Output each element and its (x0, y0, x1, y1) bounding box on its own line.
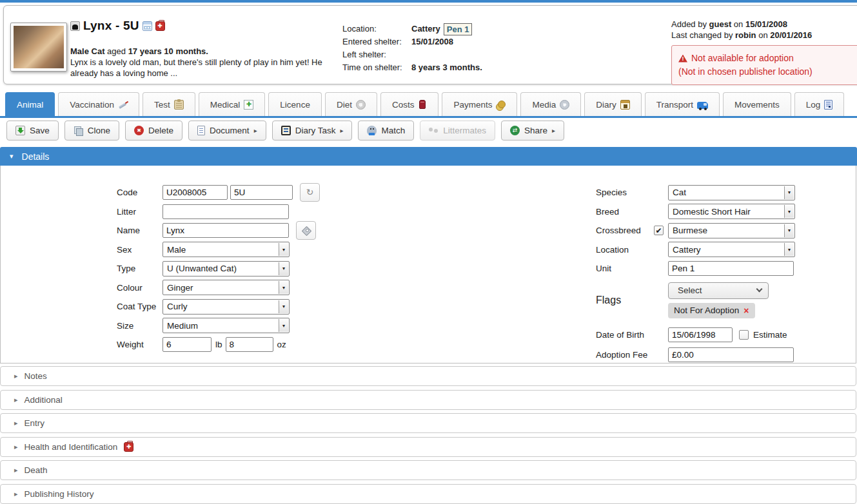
save-button[interactable]: Save (6, 121, 59, 141)
flags-controls: Select Not For Adoption × (668, 282, 769, 318)
costs-icon (419, 100, 426, 109)
caret-right-icon: ▸ (14, 419, 18, 427)
last-changed-line: Last changed by robin on 20/01/2016 (671, 30, 857, 41)
syringe-icon (118, 100, 128, 110)
unit-input[interactable] (668, 261, 794, 276)
menu-caret-icon: ▸ (552, 127, 555, 134)
clone-button[interactable]: Clone (64, 121, 119, 141)
share-icon: ⇄ (510, 126, 520, 135)
caret-down-icon: ▾ (10, 152, 14, 160)
adoption-fee-row: Adoption Fee (596, 345, 795, 365)
accordion-sections: ▸ Notes ▸ Additional ▸ Entry ▸ Health an… (0, 366, 856, 504)
animal-title-row: Lynx - 5U ✚ (70, 19, 165, 33)
tab-transport[interactable]: Transport (645, 92, 720, 116)
details-section-header[interactable]: ▾ Details (0, 147, 857, 166)
littermates-button: Littermates (420, 121, 495, 141)
section-death[interactable]: ▸ Death (0, 460, 856, 480)
weight-oz-input[interactable] (226, 337, 273, 352)
animal-title: Lynx - 5U (83, 19, 139, 33)
tab-diary[interactable]: Diary (584, 92, 642, 116)
estimate-checkbox[interactable] (739, 330, 749, 340)
select-arrow-icon: ▾ (784, 243, 794, 256)
breed-select[interactable]: Domestic Short Hair▾ (668, 204, 795, 219)
species-select[interactable]: Cat▾ (668, 185, 795, 200)
tab-movements[interactable]: Movements (723, 92, 791, 116)
clone-icon (74, 126, 83, 135)
animal-photo-image (14, 26, 64, 68)
section-additional[interactable]: ▸ Additional (0, 390, 856, 410)
weight-lb-input[interactable] (163, 337, 212, 352)
colour-select[interactable]: Ginger▾ (163, 280, 290, 295)
code-input[interactable] (163, 185, 228, 200)
shelter-info: Location: Cattery Pen 1 Entered shelter:… (342, 23, 482, 74)
animal-age-line: Male Cat aged 17 years 10 months. (70, 46, 327, 57)
section-notes[interactable]: ▸ Notes (0, 366, 856, 386)
section-entry[interactable]: ▸ Entry (0, 413, 856, 433)
animal-header-card: Lynx - 5U ✚ Male Cat aged 17 years 10 mo… (3, 5, 857, 84)
tab-costs[interactable]: Costs (380, 92, 439, 116)
document-menu-button[interactable]: Document▸ (188, 121, 266, 141)
details-left-column: Code ↻ Litter Name Sex Male▾ Type U (Unw… (117, 183, 320, 354)
cat-thumbnail-icon (70, 21, 80, 31)
transport-van-icon (697, 102, 708, 109)
tab-licence[interactable]: Licence (268, 92, 322, 116)
delete-button[interactable]: ✖Delete (125, 121, 182, 141)
added-by-line: Added by guest on 15/01/2008 (671, 19, 857, 30)
flags-select-button[interactable]: Select (668, 282, 769, 299)
sex-select[interactable]: Male▾ (163, 242, 290, 257)
details-right-column: Species Cat▾ Breed Domestic Short Hair▾ … (596, 183, 795, 364)
share-menu-button[interactable]: ⇄Share▸ (501, 121, 564, 141)
code-row: Code ↻ (117, 183, 320, 202)
internal-location-select[interactable]: Cattery▾ (668, 242, 795, 257)
section-publishing-history[interactable]: ▸ Publishing History (0, 484, 856, 504)
litter-input[interactable] (163, 204, 289, 219)
diary-task-menu-button[interactable]: Diary Task▸ (272, 121, 353, 141)
type-select[interactable]: U (Unwanted Cat)▾ (163, 261, 290, 276)
tab-animal[interactable]: Animal (5, 92, 55, 116)
short-code-input[interactable] (230, 185, 293, 200)
tab-vaccination[interactable]: Vaccination (58, 92, 139, 116)
oz-unit-label: oz (277, 340, 286, 349)
details-section-title: Details (22, 151, 50, 162)
entered-shelter-value: 15/01/2008 (411, 35, 453, 48)
caret-right-icon: ▸ (14, 372, 18, 380)
tab-diet[interactable]: Diet (325, 92, 377, 116)
tab-medical[interactable]: Medical✚ (199, 92, 266, 116)
remove-flag-icon[interactable]: × (744, 305, 749, 316)
adoption-fee-input[interactable] (668, 347, 794, 362)
caret-right-icon: ▸ (14, 490, 18, 498)
top-accent-bar (0, 0, 857, 3)
coat-type-row: Coat Type Curly▾ (117, 297, 320, 316)
tab-log[interactable]: Log (794, 92, 845, 116)
animal-photo[interactable] (10, 23, 67, 72)
flag-tag-not-for-adoption: Not For Adoption × (668, 303, 755, 318)
menu-caret-icon: ▸ (340, 127, 343, 134)
medical-kit-icon: ✚ (155, 21, 165, 31)
size-select[interactable]: Medium▾ (163, 318, 290, 333)
media-cd-icon (560, 100, 569, 110)
coat-type-select[interactable]: Curly▾ (163, 299, 290, 315)
crossbreed-checkbox[interactable]: ✔ (654, 226, 664, 235)
date-of-birth-input[interactable] (668, 327, 733, 342)
added-by-user: guest (709, 19, 732, 29)
name-input[interactable] (163, 223, 289, 238)
adoption-warning-box: ! Not available for adoption (Not in cho… (671, 45, 857, 85)
regenerate-code-button[interactable]: ↻ (300, 183, 320, 202)
name-row: Name (117, 221, 320, 240)
refresh-icon: ↻ (305, 188, 315, 197)
details-form: Code ↻ Litter Name Sex Male▾ Type U (Unw… (0, 166, 856, 363)
tab-test[interactable]: Test (143, 92, 195, 116)
name-tag-button[interactable] (296, 221, 316, 240)
tag-icon (301, 226, 311, 235)
tab-media[interactable]: Media (520, 92, 581, 116)
payments-coins-icon (496, 100, 506, 110)
sex-row: Sex Male▾ (117, 240, 320, 260)
match-button[interactable]: Match (358, 121, 414, 141)
crossbreed-select[interactable]: Burmese▾ (668, 223, 795, 238)
section-health-and-identification[interactable]: ▸ Health and Identification ✚ (0, 437, 856, 457)
match-icon (367, 126, 377, 135)
age-text: 17 years 10 months. (128, 46, 208, 56)
caret-right-icon: ▸ (14, 396, 18, 404)
lb-unit-label: lb (215, 340, 222, 349)
tab-payments[interactable]: Payments (442, 92, 517, 116)
